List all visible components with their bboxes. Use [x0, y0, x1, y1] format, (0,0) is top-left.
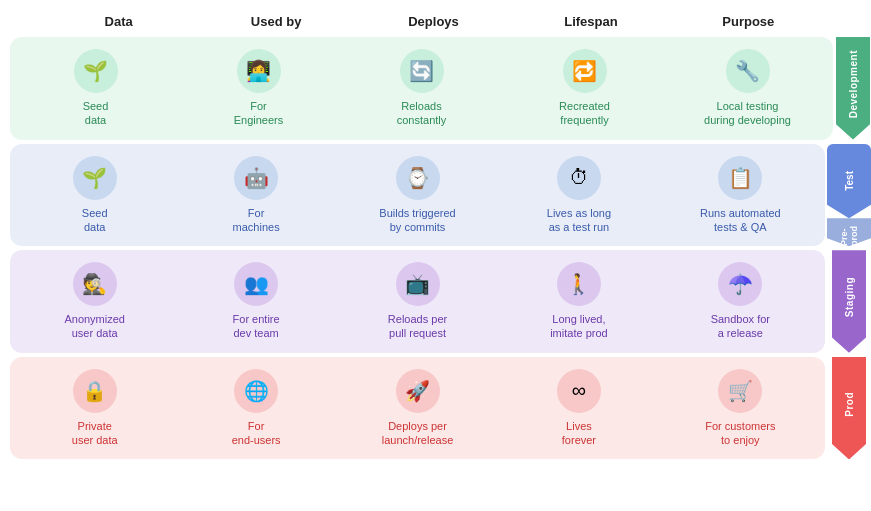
- cell-dev-lifespan: 🔁 Recreatedfrequently: [503, 43, 666, 134]
- cells-prod: 🔒 Privateuser data 🌐 Forend-users 🚀 Depl…: [10, 357, 825, 460]
- cell-test-usedby: 🤖 Formachines: [175, 150, 336, 241]
- label-lives-forever: Livesforever: [562, 419, 596, 448]
- env-tag-test: Test: [827, 144, 871, 219]
- icon-lives-long: ⏱: [557, 156, 601, 200]
- label-long-lived: Long lived,imitate prod: [550, 312, 607, 341]
- label-seed-dev: Seeddata: [83, 99, 109, 128]
- env-tag-prod: Prod: [832, 357, 866, 460]
- env-row-prod: 🔒 Privateuser data 🌐 Forend-users 🚀 Depl…: [10, 357, 871, 460]
- env-tag-staging-wrap: Staging: [827, 250, 871, 353]
- env-tag-staging: Staging: [832, 250, 866, 353]
- cell-staging-purpose: ☂️ Sandbox fora release: [660, 256, 821, 347]
- cell-test-purpose: 📋 Runs automatedtests & QA: [660, 150, 821, 241]
- label-engineers: ForEngineers: [234, 99, 284, 128]
- column-headers: Data Used by Deploys Lifespan Purpose: [10, 10, 871, 33]
- icon-dev-team: 👥: [234, 262, 278, 306]
- label-local-testing: Local testingduring developing: [704, 99, 791, 128]
- col-header-lifespan: Lifespan: [512, 10, 669, 33]
- env-tag-prod-wrap: Prod: [827, 357, 871, 460]
- icon-automated-tests: 📋: [718, 156, 762, 200]
- label-launch-deploys: Deploys perlaunch/release: [382, 419, 454, 448]
- env-tag-test-wrap: Test Pre-prod: [827, 144, 871, 247]
- cell-prod-usedby: 🌐 Forend-users: [175, 363, 336, 454]
- env-row-staging: 🕵️ Anonymizeduser data 👥 For entiredev t…: [10, 250, 871, 353]
- env-label-dev: Development: [848, 50, 859, 118]
- icon-private-data: 🔒: [73, 369, 117, 413]
- icon-seed-dev: 🌱: [74, 49, 118, 93]
- cell-staging-deploys: 📺 Reloads perpull request: [337, 256, 498, 347]
- icon-sandbox: ☂️: [718, 262, 762, 306]
- cell-dev-deploys: 🔄 Reloadsconstantly: [340, 43, 503, 134]
- cell-staging-usedby: 👥 For entiredev team: [175, 256, 336, 347]
- cell-dev-usedby: 👩‍💻 ForEngineers: [177, 43, 340, 134]
- label-customers: For customersto enjoy: [705, 419, 775, 448]
- icon-anon-data: 🕵️: [73, 262, 117, 306]
- cells-staging: 🕵️ Anonymizeduser data 👥 For entiredev t…: [10, 250, 825, 353]
- label-recreated: Recreatedfrequently: [559, 99, 610, 128]
- cell-test-deploys: ⌚ Builds triggeredby commits: [337, 150, 498, 241]
- cell-staging-lifespan: 🚶 Long lived,imitate prod: [498, 256, 659, 347]
- label-reloads: Reloadsconstantly: [397, 99, 447, 128]
- cell-test-data: 🌱 Seeddata: [14, 150, 175, 241]
- env-tag-dev-wrap: Development: [835, 37, 871, 140]
- label-builds: Builds triggeredby commits: [379, 206, 455, 235]
- icon-seed-test: 🌱: [73, 156, 117, 200]
- env-label-staging: Staging: [844, 277, 855, 317]
- icon-builds: ⌚: [396, 156, 440, 200]
- label-machines: Formachines: [233, 206, 280, 235]
- label-dev-team: For entiredev team: [233, 312, 280, 341]
- col-header-deploys: Deploys: [355, 10, 512, 33]
- col-header-purpose: Purpose: [670, 10, 827, 33]
- icon-engineers: 👩‍💻: [237, 49, 281, 93]
- icon-customers: 🛒: [718, 369, 762, 413]
- cell-prod-data: 🔒 Privateuser data: [14, 363, 175, 454]
- main-container: Data Used by Deploys Lifespan Purpose 🌱 …: [0, 0, 871, 469]
- label-lives-long: Lives as longas a test run: [547, 206, 611, 235]
- env-tag-dev: Development: [836, 37, 870, 140]
- icon-reloads: 🔄: [400, 49, 444, 93]
- label-seed-test: Seeddata: [82, 206, 108, 235]
- icon-local-testing: 🔧: [726, 49, 770, 93]
- label-end-users: Forend-users: [232, 419, 281, 448]
- cell-prod-lifespan: ∞ Livesforever: [498, 363, 659, 454]
- env-row-dev: 🌱 Seeddata 👩‍💻 ForEngineers 🔄 Reloadscon…: [10, 37, 871, 140]
- env-label-preprod: Pre-prod: [839, 218, 859, 246]
- col-header-data: Data: [40, 10, 197, 33]
- environment-rows: 🌱 Seeddata 👩‍💻 ForEngineers 🔄 Reloadscon…: [10, 37, 871, 459]
- icon-recreated: 🔁: [563, 49, 607, 93]
- icon-lives-forever: ∞: [557, 369, 601, 413]
- env-label-test: Test: [844, 171, 855, 191]
- cell-staging-data: 🕵️ Anonymizeduser data: [14, 256, 175, 347]
- cell-prod-purpose: 🛒 For customersto enjoy: [660, 363, 821, 454]
- icon-launch-deploys: 🚀: [396, 369, 440, 413]
- env-row-test: 🌱 Seeddata 🤖 Formachines ⌚ Builds trigge…: [10, 144, 871, 247]
- cell-test-lifespan: ⏱ Lives as longas a test run: [498, 150, 659, 241]
- label-pr-deploys: Reloads perpull request: [388, 312, 447, 341]
- label-anon-data: Anonymizeduser data: [64, 312, 125, 341]
- env-tag-preprod: Pre-prod: [827, 218, 871, 246]
- cells-dev: 🌱 Seeddata 👩‍💻 ForEngineers 🔄 Reloadscon…: [10, 37, 833, 140]
- cells-test: 🌱 Seeddata 🤖 Formachines ⌚ Builds trigge…: [10, 144, 825, 247]
- env-label-prod: Prod: [844, 392, 855, 417]
- label-sandbox: Sandbox fora release: [711, 312, 770, 341]
- cell-dev-data: 🌱 Seeddata: [14, 43, 177, 134]
- label-automated-tests: Runs automatedtests & QA: [700, 206, 781, 235]
- label-private-data: Privateuser data: [72, 419, 118, 448]
- col-header-usedby: Used by: [197, 10, 354, 33]
- icon-pr-deploys: 📺: [396, 262, 440, 306]
- icon-machines: 🤖: [234, 156, 278, 200]
- icon-end-users: 🌐: [234, 369, 278, 413]
- cell-dev-purpose: 🔧 Local testingduring developing: [666, 43, 829, 134]
- icon-long-lived: 🚶: [557, 262, 601, 306]
- cell-prod-deploys: 🚀 Deploys perlaunch/release: [337, 363, 498, 454]
